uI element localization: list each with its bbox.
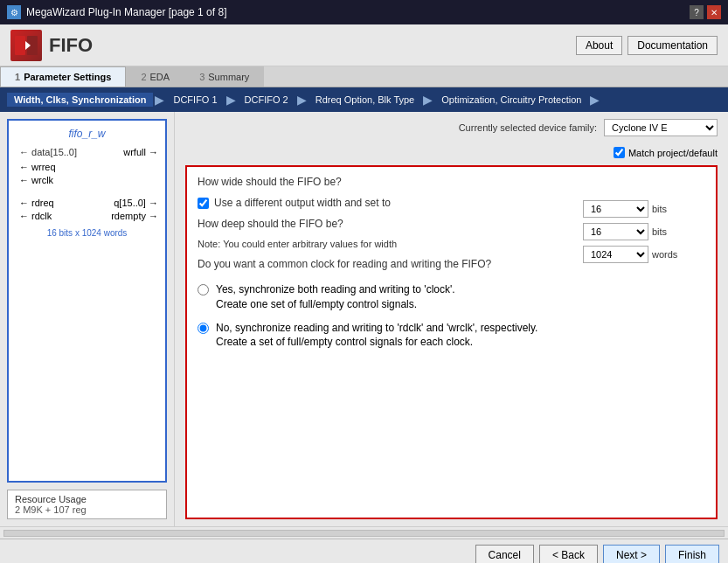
scrollbar-track[interactable] bbox=[3, 530, 725, 537]
help-button[interactable]: ? bbox=[690, 5, 704, 19]
tab-parameter-settings[interactable]: 1Parameter Settings bbox=[0, 66, 126, 87]
radio-no-input[interactable] bbox=[198, 323, 209, 334]
values-panel: 16 8 32 bits 16 8 32 bits 10 bbox=[583, 176, 705, 509]
main-content: fifo_r_w ← data[15..0] wrfull → ← wrreq … bbox=[0, 112, 728, 526]
width2-select[interactable]: 16 8 32 bbox=[583, 223, 648, 240]
close-button[interactable]: ✕ bbox=[707, 5, 721, 19]
port-rdreq: ← rdreq q[15..0] → bbox=[19, 198, 158, 208]
port-data: ← data[15..0] wrfull → bbox=[19, 147, 158, 157]
breadcrumb-rdreq[interactable]: Rdreq Option, Blk Type bbox=[309, 93, 422, 107]
cancel-button[interactable]: Cancel bbox=[475, 545, 534, 564]
port-wrreq: ← wrreq bbox=[19, 162, 158, 172]
radio-yes-text: Yes, synchronize both reading and writin… bbox=[216, 282, 455, 312]
breadcrumb-dcfifo2[interactable]: DCFIFO 2 bbox=[238, 93, 295, 107]
breadcrumb-width-clks[interactable]: Width, Clks, Synchronization bbox=[7, 93, 153, 107]
depth-row: 1024 512 2048 words bbox=[583, 246, 705, 263]
radio-option-no[interactable]: No, synchronize reading and writing to '… bbox=[198, 321, 572, 351]
match-project-label: Match project/default bbox=[628, 148, 718, 158]
tabs-bar: 1Parameter Settings 2EDA 3Summary bbox=[0, 66, 728, 87]
breadcrumb-dcfifo1[interactable]: DCFIFO 1 bbox=[166, 93, 224, 107]
app-title: FIFO bbox=[49, 34, 93, 57]
question-width-text: How wide should the FIFO be? bbox=[198, 176, 342, 188]
about-button[interactable]: About bbox=[576, 36, 622, 55]
port-rdempty: rdempty → bbox=[111, 211, 158, 221]
tab-eda[interactable]: 2EDA bbox=[126, 66, 184, 87]
header-bar: FIFO About Documentation bbox=[0, 24, 728, 66]
width2-row: 16 8 32 bits bbox=[583, 223, 705, 240]
device-family-select[interactable]: Cyclone IV E bbox=[604, 119, 718, 136]
question-width: How wide should the FIFO be? bbox=[198, 176, 572, 188]
config-section: How wide should the FIFO be? Use a diffe… bbox=[185, 165, 718, 519]
width1-unit: bits bbox=[652, 204, 667, 214]
svg-rect-0 bbox=[15, 36, 25, 55]
question-depth: How deep should the FIFO be? bbox=[198, 218, 572, 230]
breadcrumb-arrow-4: ▶ bbox=[423, 93, 433, 107]
breadcrumb-arrow-2: ▶ bbox=[226, 93, 236, 107]
port-wrfull: wrfull → bbox=[123, 147, 158, 157]
back-button[interactable]: < Back bbox=[539, 545, 598, 564]
finish-button[interactable]: Finish bbox=[665, 545, 719, 564]
window-title: MegaWizard Plug-In Manager [page 1 of 8] bbox=[26, 6, 226, 18]
width1-select[interactable]: 16 8 32 bbox=[583, 200, 648, 218]
scrollbar-area bbox=[0, 526, 728, 539]
breadcrumb-optimization[interactable]: Optimization, Circuitry Protection bbox=[434, 93, 588, 107]
resource-label: Resource Usage bbox=[15, 494, 159, 504]
questions-panel: How wide should the FIFO be? Use a diffe… bbox=[198, 176, 572, 509]
port-rdclk: ← rdclk rdempty → bbox=[19, 211, 158, 221]
breadcrumb-arrow-5: ▶ bbox=[590, 93, 600, 107]
radio-no-text: No, synchronize reading and writing to '… bbox=[216, 321, 537, 351]
match-project-row: Match project/default bbox=[185, 147, 718, 158]
title-bar: ⚙ MegaWizard Plug-In Manager [page 1 of … bbox=[0, 0, 728, 24]
diagram-box: fifo_r_w ← data[15..0] wrfull → ← wrreq … bbox=[7, 119, 167, 483]
radio-option-yes[interactable]: Yes, synchronize both reading and writin… bbox=[198, 282, 572, 312]
depth-select[interactable]: 1024 512 2048 bbox=[583, 246, 648, 263]
next-button[interactable]: Next > bbox=[603, 545, 660, 564]
diagram-title: fifo_r_w bbox=[16, 128, 158, 140]
device-family-row: Currently selected device family: Cyclon… bbox=[185, 119, 718, 136]
depth-unit: words bbox=[652, 249, 677, 260]
output-width-checkbox[interactable] bbox=[198, 198, 209, 209]
radio-yes-input[interactable] bbox=[198, 284, 209, 295]
match-project-checkbox[interactable] bbox=[614, 147, 625, 158]
clock-radio-group: Yes, synchronize both reading and writin… bbox=[198, 282, 572, 350]
documentation-button[interactable]: Documentation bbox=[627, 36, 718, 55]
app-icon: ⚙ bbox=[7, 5, 21, 19]
tab-summary[interactable]: 3Summary bbox=[184, 66, 264, 87]
right-panel: Currently selected device family: Cyclon… bbox=[175, 112, 728, 526]
resource-value: 2 M9K + 107 reg bbox=[15, 504, 159, 515]
port-q: q[15..0] → bbox=[114, 198, 158, 208]
app-logo bbox=[10, 30, 42, 61]
output-width-row: Use a different output width and set to bbox=[198, 197, 572, 209]
bottom-bar: Cancel < Back Next > Finish bbox=[0, 539, 728, 563]
breadcrumb-bar: Width, Clks, Synchronization ▶ DCFIFO 1 … bbox=[0, 87, 728, 112]
diagram-note: 16 bits x 1024 words bbox=[16, 228, 158, 238]
width2-unit: bits bbox=[652, 226, 667, 237]
question-clock-text: Do you want a common clock for reading a… bbox=[198, 258, 491, 270]
breadcrumb-arrow-1: ▶ bbox=[155, 93, 164, 107]
note-arbitrary: Note: You could enter arbitrary values f… bbox=[198, 239, 572, 249]
output-width-label: Use a different output width and set to bbox=[214, 197, 391, 209]
left-panel: fifo_r_w ← data[15..0] wrfull → ← wrreq … bbox=[0, 112, 175, 526]
width1-row: 16 8 32 bits bbox=[583, 200, 705, 218]
resource-usage-box[interactable]: Resource Usage 2 M9K + 107 reg bbox=[7, 490, 167, 519]
device-family-label: Currently selected device family: bbox=[459, 122, 597, 133]
question-depth-text: How deep should the FIFO be? bbox=[198, 218, 343, 230]
question-clock: Do you want a common clock for reading a… bbox=[198, 258, 572, 270]
breadcrumb-arrow-3: ▶ bbox=[297, 93, 307, 107]
port-wrclk: ← wrclk bbox=[19, 175, 158, 185]
